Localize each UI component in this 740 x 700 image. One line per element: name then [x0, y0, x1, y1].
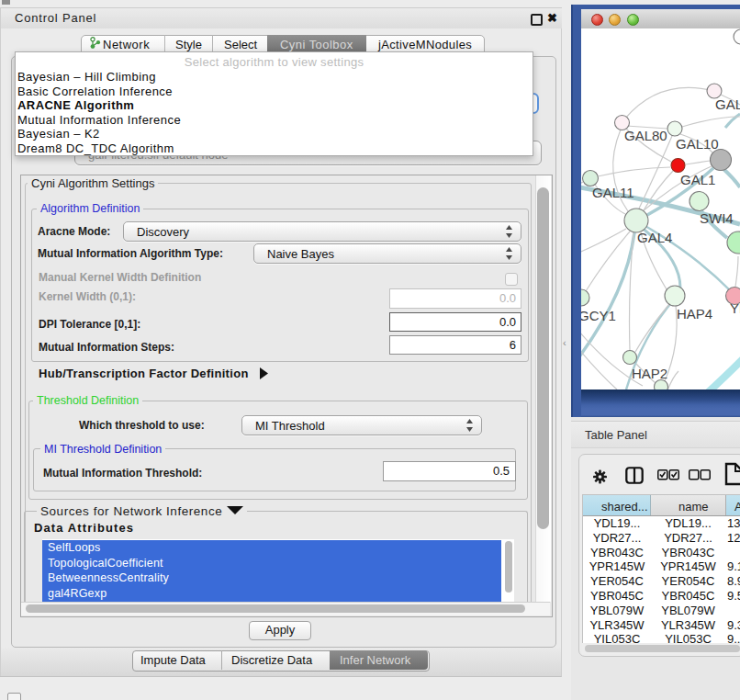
svg-text:SWI4: SWI4 — [700, 210, 734, 226]
svg-text:GAL10: GAL10 — [676, 136, 719, 152]
svg-text:GCY1: GCY1 — [581, 308, 616, 323]
svg-text:GAL80: GAL80 — [624, 128, 667, 143]
svg-text:HAP2: HAP2 — [632, 366, 667, 381]
svg-text:GAL80: GAL80 — [715, 96, 740, 112]
svg-text:GAL1: GAL1 — [680, 172, 715, 187]
svg-text:HAP4: HAP4 — [677, 306, 712, 322]
svg-text:YP: YP — [730, 300, 740, 316]
svg-text:GAL11: GAL11 — [592, 185, 634, 200]
svg-text:GAL4: GAL4 — [637, 230, 672, 245]
